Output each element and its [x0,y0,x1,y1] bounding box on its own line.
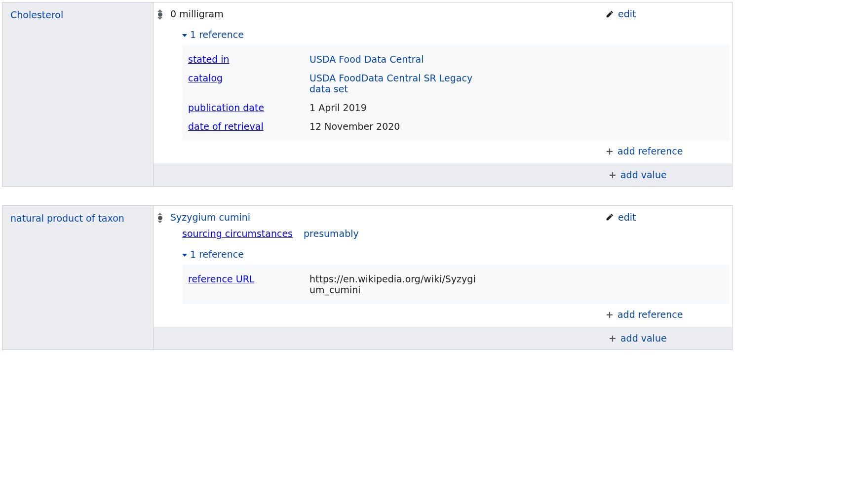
reference-property[interactable]: date of retrieval [188,121,264,132]
claim: Syzygium cumini edit sourcing circumst [154,206,732,327]
property-label-cell: natural product of taxon [2,206,154,350]
qualifier-row: sourcing circumstances presumably [182,227,729,240]
chevron-down-icon [182,254,187,257]
value-text: 0 milligram [170,8,224,19]
chevron-down-icon [182,34,187,37]
add-reference-button[interactable]: +add reference [606,309,683,320]
reference-row: catalog USDA FoodData Central SR Legacy … [188,69,723,98]
property-link[interactable]: natural product of taxon [10,213,124,224]
statement-values: 0 milligram edit 1 reference [154,2,732,186]
reference-property[interactable]: reference URL [188,273,254,284]
reference-row: publication date 1 April 2019 [188,98,723,117]
references-toggle-label: 1 reference [190,249,244,260]
pencil-icon [606,10,614,18]
property-label-cell: Cholesterol [2,2,154,186]
reference-value: 1 April 2019 [309,102,367,113]
reference-value[interactable]: USDA FoodData Central SR Legacy data set [309,73,472,94]
edit-label: edit [618,8,636,19]
claim-value: Syzygium cumini [170,212,601,224]
reference-row: stated in USDA Food Data Central [188,50,723,69]
add-reference-button[interactable]: +add reference [606,146,683,156]
plus-icon: + [609,333,617,344]
reference-row: date of retrieval 12 November 2020 [188,117,723,136]
add-value-button[interactable]: +add value [609,333,667,344]
reference-value: https://en.wikipedia.org/wiki/Syzygium_c… [309,273,476,295]
statement-group: natural product of taxon Syzygium cumini [2,205,732,350]
add-value-button[interactable]: +add value [609,169,667,180]
add-reference-label: add reference [617,309,683,320]
reference-property[interactable]: publication date [188,102,264,113]
plus-icon: + [609,169,617,180]
rank-selector[interactable] [154,2,166,163]
reference-property[interactable]: stated in [188,54,230,65]
rank-down-icon [157,17,162,20]
claim: 0 milligram edit 1 reference [154,2,732,163]
statement-values: Syzygium cumini edit sourcing circumst [154,206,732,350]
plus-icon: + [606,309,614,320]
edit-button[interactable]: edit [606,8,636,19]
qualifiers: sourcing circumstances presumably [182,227,729,240]
property-link[interactable]: Cholesterol [10,9,63,20]
add-value-label: add value [620,333,667,344]
references-toggle[interactable]: 1 reference [182,249,244,260]
claim-value: 0 milligram [170,8,601,20]
value-link[interactable]: Syzygium cumini [170,212,250,223]
rank-up-icon [157,9,162,12]
statement-group: Cholesterol 0 milligram [2,2,732,187]
add-reference-label: add reference [617,146,683,156]
rank-normal-icon [158,12,162,17]
qualifier-value[interactable]: presumably [304,228,359,239]
references-toggle[interactable]: 1 reference [182,29,244,40]
rank-normal-icon [158,216,162,220]
reference-value: 12 November 2020 [309,121,400,132]
rank-down-icon [157,221,162,223]
edit-label: edit [618,212,636,223]
pencil-icon [606,213,614,221]
edit-button[interactable]: edit [606,212,636,223]
reference-row: reference URL https://en.wikipedia.org/w… [188,270,723,299]
references-toggle-label: 1 reference [190,29,244,40]
rank-up-icon [157,213,162,215]
rank-selector[interactable] [154,206,166,327]
reference-block: stated in USDA Food Data Central catalog… [182,45,729,141]
plus-icon: + [606,146,614,156]
reference-value[interactable]: USDA Food Data Central [309,54,424,65]
qualifier-property[interactable]: sourcing circumstances [182,228,293,239]
reference-block: reference URL https://en.wikipedia.org/w… [182,265,729,304]
add-value-label: add value [620,169,667,180]
reference-property[interactable]: catalog [188,73,223,83]
